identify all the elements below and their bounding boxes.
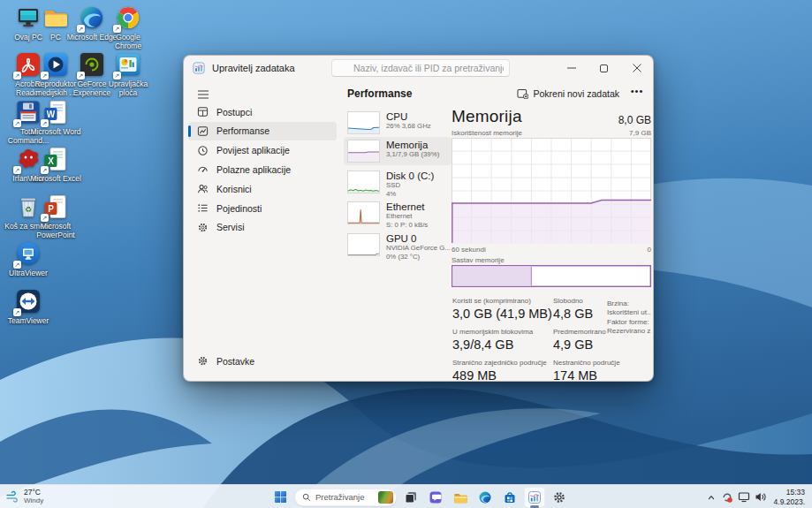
desktop-icon-chrome[interactable]: ↗ Google Chrome xyxy=(102,4,154,50)
graph-axis-right: 0 xyxy=(648,246,651,254)
shortcut-arrow-icon: ↗ xyxy=(77,72,85,80)
weather-temp: 27°C xyxy=(24,488,43,497)
media-player-icon: ↗ xyxy=(42,51,69,78)
perf-item-detail: 3,1/7,9 GB (39%) xyxy=(386,150,439,159)
desktop-icon-word[interactable]: W↗ Microsoft Word xyxy=(30,99,81,136)
sidebar-item-details[interactable]: Pojedinosti xyxy=(188,199,337,217)
gear-icon xyxy=(197,355,209,367)
perf-item-name: CPU xyxy=(386,111,431,122)
shortcut-arrow-icon: ↗ xyxy=(13,261,21,269)
search-icon xyxy=(302,493,311,502)
taskbar-icons xyxy=(400,487,570,508)
taskbar-clock[interactable]: 15:33 4.9.2023. xyxy=(774,488,808,505)
hardware-info-label: Faktor forme: xyxy=(607,318,651,327)
taskbar-store-button[interactable] xyxy=(499,487,520,508)
perf-item-name: Disk 0 (C:) xyxy=(386,171,434,181)
navigation-menu-button[interactable] xyxy=(192,85,215,104)
perf-item-detail: NVIDIA GeForce G... xyxy=(386,244,448,253)
system-tray: 15:33 4.9.2023. xyxy=(706,485,808,508)
memory-stat: Stranično zajedničko područje 489 MB xyxy=(452,359,553,382)
sidebar-item-label: Postavke xyxy=(216,356,254,367)
ethernet-mini-graph xyxy=(347,201,380,224)
sidebar-item-users[interactable]: Korisnici xyxy=(188,179,337,198)
task-view-icon xyxy=(404,490,418,504)
taskbar-settings-button[interactable] xyxy=(549,487,570,508)
shortcut-arrow-icon: ↗ xyxy=(13,166,21,174)
tray-chevron-up-icon[interactable] xyxy=(706,492,717,503)
wind-icon xyxy=(6,490,19,503)
perf-item-detail: S: 0 P: 0 kB/s xyxy=(386,221,428,230)
tray-date: 4.9.2023. xyxy=(774,497,805,506)
weather-condition: Windy xyxy=(24,497,43,504)
memory-composition-bar[interactable] xyxy=(452,265,651,287)
perf-item-cpu[interactable]: CPU 26% 3,68 GHz xyxy=(344,109,452,137)
new-task-icon xyxy=(517,88,528,99)
teamviewer-icon: ↗ xyxy=(15,288,42,315)
chrome-icon: ↗ xyxy=(115,4,141,31)
desktop-icon-teamviewer[interactable]: ↗ TeamViewer xyxy=(3,288,54,325)
perf-item-detail: 26% 3,68 GHz xyxy=(386,122,431,131)
sidebar-item-processes[interactable]: Postupci xyxy=(188,102,337,121)
window-search-input[interactable] xyxy=(331,59,510,77)
search-highlight-image[interactable] xyxy=(378,491,393,504)
tray-display-icon[interactable] xyxy=(738,491,750,503)
perf-item-memorija[interactable]: Memorija 3,1/7,9 GB (39%) xyxy=(344,137,452,165)
services-icon xyxy=(197,222,209,233)
memory-stat: U memorijskim blokovima 3,9/8,4 GB xyxy=(452,328,553,352)
desktop-icon-label: TeamViewer xyxy=(3,316,54,325)
sidebar-item-startup-apps[interactable]: Polazne aplikacije xyxy=(188,160,337,178)
taskbar-edge-button[interactable] xyxy=(474,487,496,508)
weather-widget[interactable]: 27°C Windy xyxy=(6,488,43,504)
titlebar[interactable]: Upravitelj zadataka xyxy=(184,56,653,80)
stat-label: U memorijskim blokovima xyxy=(452,328,553,336)
desktop-icon-ultraviewer[interactable]: ↗ UltraViewer xyxy=(3,240,54,277)
file-explorer-icon xyxy=(453,490,467,504)
sidebar-item-services[interactable]: Servisi xyxy=(188,218,337,237)
maximize-button[interactable] xyxy=(588,56,620,80)
hardware-info-label: Iskorišteni ut... xyxy=(607,308,651,317)
desktop-icon-excel[interactable]: X↗ Microsoft Excel xyxy=(30,146,81,183)
perf-item-ethernet[interactable]: Ethernet EthernetS: 0 P: 0 kB/s xyxy=(344,199,452,227)
details-icon xyxy=(197,202,209,214)
sidebar-item-postavke[interactable]: Postavke xyxy=(188,352,337,370)
perf-item-detail: 0% (32 °C) xyxy=(386,253,448,262)
desktop-icon-control-panel[interactable]: ↗ Upravljačka ploča xyxy=(102,51,154,97)
more-options-button[interactable]: ••• xyxy=(628,86,646,102)
start-button[interactable] xyxy=(269,487,291,508)
memory-mini-graph xyxy=(347,140,380,163)
hardware-info-label: Brzina: xyxy=(607,299,651,308)
geforce-icon: ↗ xyxy=(79,51,105,78)
desktop-icon-powerpoint[interactable]: P↗ Microsoft PowerPoint xyxy=(30,193,81,239)
minimize-button[interactable] xyxy=(555,56,588,80)
graph-axis-left: 60 sekundi xyxy=(452,246,486,254)
taskbar-chat-button[interactable] xyxy=(425,487,446,508)
shortcut-arrow-icon: ↗ xyxy=(113,72,121,80)
chat-icon xyxy=(429,490,443,504)
perf-item-gpu-0[interactable]: GPU 0 NVIDIA GeForce G...0% (32 °C) xyxy=(344,231,452,259)
sidebar-item-label: Polazne aplikacije xyxy=(216,164,291,175)
word-icon: W↗ xyxy=(42,99,69,125)
folder-icon xyxy=(42,4,69,31)
desktop-icon-label: UltraViewer xyxy=(3,269,54,277)
perf-item-disk-0-c[interactable]: Disk 0 (C:) SSD4% xyxy=(344,168,452,196)
sidebar-item-performance[interactable]: Performanse xyxy=(188,122,337,140)
svg-text:W: W xyxy=(47,110,56,119)
gpu-mini-graph xyxy=(347,233,380,256)
taskbar-file-explorer-button[interactable] xyxy=(450,487,471,508)
sidebar-item-label: Povijest aplikacije xyxy=(216,145,290,155)
sidebar-item-label: Servisi xyxy=(216,222,245,232)
stat-label: Koristi se (komprimirano) xyxy=(452,297,553,305)
taskbar-task-manager-button[interactable] xyxy=(524,487,545,508)
tray-app-icon[interactable] xyxy=(721,491,733,504)
close-button[interactable] xyxy=(620,56,653,80)
speaker-icon[interactable] xyxy=(755,491,767,503)
stat-label: Nestranično područje xyxy=(553,359,640,367)
taskbar-search[interactable]: Pretraživanje xyxy=(294,489,397,506)
memory-composition-label: Sastav memorije xyxy=(452,256,505,264)
store-icon xyxy=(503,490,517,504)
taskbar-task-view-button[interactable] xyxy=(400,487,421,508)
run-new-task-button[interactable]: Pokreni novi zadatak xyxy=(512,86,625,102)
sidebar-item-app-history[interactable]: Povijest aplikacije xyxy=(188,141,337,160)
tray-time: 15:33 xyxy=(774,488,805,497)
memory-graph-max: 7,9 GB xyxy=(629,129,651,137)
